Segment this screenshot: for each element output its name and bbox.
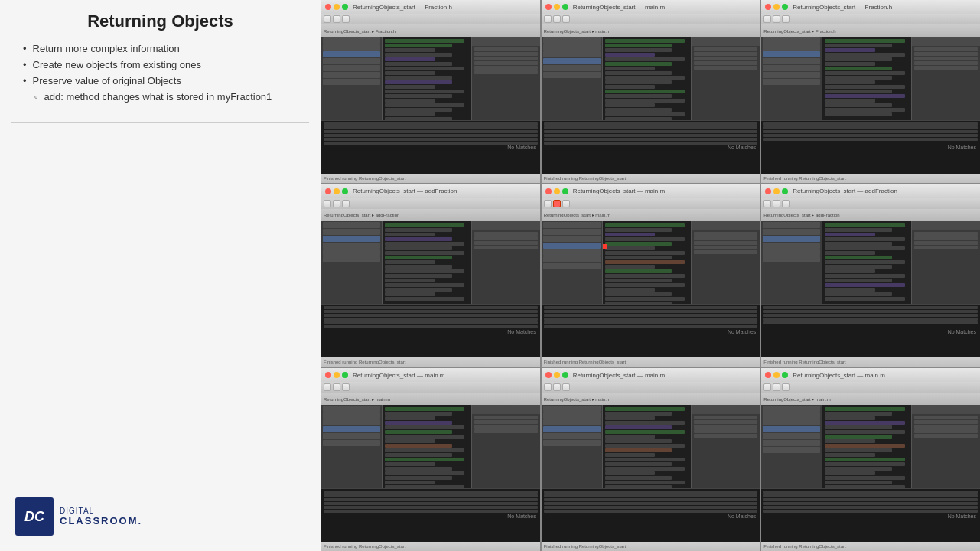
sidebar-item[interactable] bbox=[323, 236, 380, 242]
sidebar-item[interactable] bbox=[543, 440, 601, 446]
zoom-button-2[interactable] bbox=[562, 4, 568, 10]
toolbar-stop-5[interactable] bbox=[553, 200, 561, 207]
minimize-button-6[interactable] bbox=[773, 188, 780, 194]
sidebar-item[interactable] bbox=[323, 44, 380, 51]
sidebar-item[interactable] bbox=[323, 51, 380, 57]
sidebar-item[interactable] bbox=[543, 229, 601, 235]
close-button-2[interactable] bbox=[545, 4, 552, 10]
sidebar-item[interactable] bbox=[763, 65, 820, 71]
editor-1[interactable] bbox=[383, 37, 471, 120]
minimize-button-3[interactable] bbox=[773, 4, 780, 10]
sidebar-item[interactable] bbox=[763, 406, 820, 412]
sidebar-item[interactable] bbox=[323, 249, 380, 256]
sidebar-item[interactable] bbox=[543, 412, 601, 419]
sidebar-item[interactable] bbox=[763, 229, 820, 235]
zoom-button-7[interactable] bbox=[342, 372, 348, 378]
sidebar-item[interactable] bbox=[763, 433, 820, 439]
toolbar-stop-7[interactable] bbox=[333, 383, 340, 391]
zoom-button-3[interactable] bbox=[782, 4, 788, 10]
sidebar-item[interactable] bbox=[543, 72, 601, 78]
close-button-4[interactable] bbox=[325, 188, 331, 194]
minimize-button-7[interactable] bbox=[334, 372, 340, 378]
sidebar-item[interactable] bbox=[763, 236, 820, 242]
toolbar-scheme-7[interactable] bbox=[342, 383, 350, 391]
sidebar-item[interactable] bbox=[323, 37, 380, 44]
sidebar-item[interactable] bbox=[543, 256, 601, 262]
sidebar-item[interactable] bbox=[323, 65, 380, 71]
close-button-8[interactable] bbox=[545, 372, 552, 378]
editor-9[interactable] bbox=[822, 405, 911, 488]
zoom-button-6[interactable] bbox=[782, 188, 788, 194]
toolbar-run-2[interactable] bbox=[544, 15, 552, 23]
xcode-window-9[interactable]: ReturningObjects_start — main.m Returnin… bbox=[761, 368, 980, 551]
sidebar-item[interactable] bbox=[323, 256, 380, 262]
sidebar-item[interactable] bbox=[763, 412, 820, 419]
sidebar-item[interactable] bbox=[763, 243, 820, 249]
close-button-3[interactable] bbox=[765, 4, 771, 10]
close-button-1[interactable] bbox=[325, 4, 331, 10]
editor-5[interactable] bbox=[603, 221, 692, 305]
toolbar-run-9[interactable] bbox=[763, 383, 771, 391]
editor-6[interactable] bbox=[822, 221, 911, 305]
sidebar-item[interactable] bbox=[763, 419, 820, 425]
sidebar-item[interactable] bbox=[543, 263, 601, 269]
sidebar-item[interactable] bbox=[543, 65, 601, 71]
sidebar-item[interactable] bbox=[323, 412, 380, 419]
sidebar-item[interactable] bbox=[763, 447, 820, 453]
zoom-button-1[interactable] bbox=[342, 4, 348, 10]
editor-7[interactable] bbox=[383, 405, 471, 488]
sidebar-item[interactable] bbox=[543, 249, 601, 256]
sidebar-item[interactable] bbox=[763, 440, 820, 446]
toolbar-scheme-8[interactable] bbox=[562, 383, 570, 391]
xcode-window-8[interactable]: ReturningObjects_start — main.m Returnin… bbox=[542, 368, 760, 551]
xcode-window-2[interactable]: ReturningObjects_start — main.m Returnin… bbox=[542, 0, 760, 183]
sidebar-item[interactable] bbox=[763, 222, 820, 228]
sidebar-item[interactable] bbox=[543, 243, 601, 249]
sidebar-item[interactable] bbox=[543, 236, 601, 242]
toolbar-stop-4[interactable] bbox=[333, 200, 340, 207]
toolbar-run-6[interactable] bbox=[763, 200, 771, 207]
toolbar-scheme-6[interactable] bbox=[782, 200, 790, 207]
sidebar-item[interactable] bbox=[543, 58, 601, 64]
toolbar-scheme-3[interactable] bbox=[782, 15, 790, 23]
sidebar-item[interactable] bbox=[763, 44, 820, 51]
zoom-button-8[interactable] bbox=[562, 372, 568, 378]
sidebar-item[interactable] bbox=[543, 419, 601, 425]
toolbar-run-8[interactable] bbox=[544, 383, 552, 391]
zoom-button-9[interactable] bbox=[782, 372, 788, 378]
xcode-window-1[interactable]: ReturningObjects_start — Fraction.h Retu… bbox=[321, 0, 540, 183]
sidebar-item[interactable] bbox=[543, 44, 601, 51]
toolbar-run-1[interactable] bbox=[324, 15, 331, 23]
sidebar-item[interactable] bbox=[323, 406, 380, 412]
sidebar-item[interactable] bbox=[323, 440, 380, 446]
sidebar-item[interactable] bbox=[543, 51, 601, 57]
sidebar-item[interactable] bbox=[323, 433, 380, 439]
close-button-6[interactable] bbox=[765, 188, 771, 194]
zoom-button-4[interactable] bbox=[342, 188, 348, 194]
toolbar-run-3[interactable] bbox=[763, 15, 771, 23]
sidebar-item[interactable] bbox=[763, 51, 820, 57]
minimize-button-2[interactable] bbox=[554, 4, 560, 10]
zoom-button-5[interactable] bbox=[562, 188, 568, 194]
sidebar-item[interactable] bbox=[763, 72, 820, 78]
toolbar-scheme-5[interactable] bbox=[562, 200, 570, 207]
toolbar-stop-6[interactable] bbox=[773, 200, 780, 207]
sidebar-item[interactable] bbox=[543, 433, 601, 439]
sidebar-item[interactable] bbox=[323, 229, 380, 235]
minimize-button-9[interactable] bbox=[773, 372, 780, 378]
sidebar-item[interactable] bbox=[323, 222, 380, 228]
sidebar-item[interactable] bbox=[763, 37, 820, 44]
toolbar-scheme-9[interactable] bbox=[782, 383, 790, 391]
minimize-button-5[interactable] bbox=[554, 188, 560, 194]
sidebar-item[interactable] bbox=[543, 37, 601, 44]
sidebar-item[interactable] bbox=[323, 243, 380, 249]
sidebar-item[interactable] bbox=[323, 58, 380, 64]
close-button-5[interactable] bbox=[545, 188, 552, 194]
minimize-button-4[interactable] bbox=[334, 188, 340, 194]
sidebar-item[interactable] bbox=[323, 426, 380, 432]
toolbar-stop-1[interactable] bbox=[333, 15, 340, 23]
close-button-7[interactable] bbox=[325, 372, 331, 378]
sidebar-item[interactable] bbox=[763, 256, 820, 262]
xcode-window-7[interactable]: ReturningObjects_start — main.m Returnin… bbox=[321, 368, 540, 551]
sidebar-item[interactable] bbox=[763, 249, 820, 256]
